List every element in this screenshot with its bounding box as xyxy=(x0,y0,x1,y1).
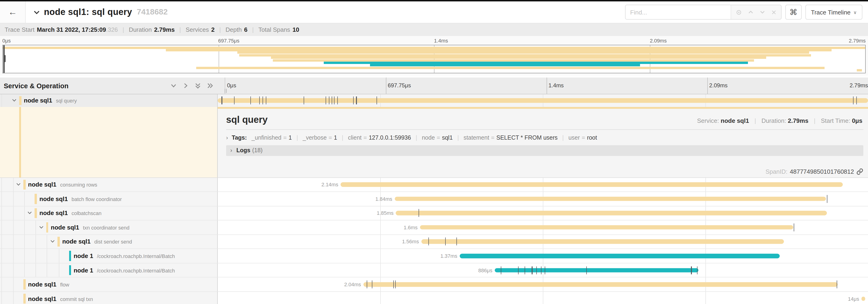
tag-equals: = xyxy=(329,134,332,141)
clear-find-icon[interactable] xyxy=(771,9,776,15)
span-bar[interactable] xyxy=(421,239,784,244)
view-dropdown-button[interactable]: Trace Timeline ∨ xyxy=(805,5,862,20)
span-log-tick xyxy=(541,266,541,274)
next-match-icon[interactable] xyxy=(760,9,765,15)
tree-guide-line xyxy=(1,206,2,220)
span-operation-name: commit sql txn xyxy=(60,296,93,302)
collapse-all-icon[interactable] xyxy=(194,82,202,89)
tree-guide-line xyxy=(13,235,13,248)
span-tree-cell[interactable]: node sql1flow xyxy=(0,278,218,292)
minimap-span-bar xyxy=(3,46,865,49)
tags-row[interactable]: › Tags: _unfinished=1|_verbose=1|client=… xyxy=(226,134,868,141)
summary-label: Services xyxy=(186,26,209,33)
span-service-name: node sql1dist sender send xyxy=(62,238,132,245)
tree-guide-line xyxy=(13,263,13,277)
trace-minimap[interactable] xyxy=(2,45,866,73)
span-tree-cell[interactable]: node sql1commit sql txn xyxy=(0,292,218,304)
span-tree-cell[interactable]: node 1/cockroach.roachpb.Internal/Batch xyxy=(0,249,218,263)
find-group xyxy=(625,5,782,20)
summary-value: 2.79ms xyxy=(154,26,175,33)
summary-separator: | xyxy=(179,26,181,33)
span-timeline-cell[interactable]: 1.56ms xyxy=(218,235,868,248)
collapse-one-icon[interactable] xyxy=(170,82,177,89)
chevron-down-icon[interactable] xyxy=(39,223,44,232)
chevron-down-icon[interactable] xyxy=(27,209,32,217)
span-log-tick xyxy=(376,97,377,105)
summary-label: Duration xyxy=(129,26,152,33)
span-timeline-cell[interactable]: 1.6ms xyxy=(218,221,868,234)
span-timeline-cell[interactable]: 14μs xyxy=(218,292,868,304)
span-bar[interactable] xyxy=(862,297,865,301)
time-tick-label: 2.79ms xyxy=(849,82,868,89)
span-log-tick xyxy=(837,280,837,289)
span-row: node sql1colbatchscan1.85ms xyxy=(0,206,868,220)
tag-value: 1 xyxy=(288,134,292,141)
start-time-value: 0μs xyxy=(852,117,862,124)
tree-guide-line xyxy=(13,206,13,220)
span-timeline-cell[interactable]: 886μs xyxy=(218,263,868,277)
span-tree-cell[interactable]: node sql1consuming rows xyxy=(0,178,218,192)
span-operation-name: batch flow coordinator xyxy=(71,196,122,202)
span-tree-cell[interactable]: node sql1dist sender send xyxy=(0,235,218,248)
span-id-row: SpanID: 4877749850101760812 xyxy=(766,168,863,175)
summary-separator: | xyxy=(252,26,254,33)
minimap-left-scrubber[interactable] xyxy=(3,45,4,73)
span-log-tick xyxy=(259,97,260,105)
back-button[interactable]: ← xyxy=(0,1,26,23)
span-timeline-cell[interactable]: 2.14ms xyxy=(218,178,868,192)
span-color-bar xyxy=(35,194,37,204)
span-bar[interactable] xyxy=(495,268,698,272)
time-tick-label: 1.4ms xyxy=(547,82,564,89)
trace-summary-bar: Trace StartMarch 31 2022, 17:25:09.326|D… xyxy=(0,23,868,36)
trace-minimap-section: 0μs697.75μs1.4ms2.09ms2.79ms xyxy=(0,36,868,76)
span-detail-tree-fill xyxy=(0,107,218,177)
tree-guide-line xyxy=(1,178,2,192)
span-timeline-cell[interactable] xyxy=(218,94,868,107)
logs-row[interactable]: › Logs (18) xyxy=(226,145,863,156)
span-service-name: node sql1sql query xyxy=(24,97,77,104)
tag-equals: = xyxy=(582,134,585,141)
collapse-trace-chevron-icon[interactable] xyxy=(33,9,40,15)
chevron-down-icon[interactable] xyxy=(50,237,55,246)
span-log-tick xyxy=(326,97,326,105)
span-tree-cell[interactable]: node sql1batch flow coordinator xyxy=(0,192,218,206)
tag-value: 127.0.0.1:59936 xyxy=(369,134,411,141)
time-tick-label: 697.75μs xyxy=(218,38,240,43)
span-timeline-cell[interactable]: 2.04ms xyxy=(218,278,868,292)
keyboard-shortcuts-button[interactable]: ⌘ xyxy=(785,5,802,20)
locate-icon[interactable] xyxy=(736,9,742,15)
summary-separator: | xyxy=(219,26,221,33)
span-bar[interactable] xyxy=(364,282,838,287)
span-tree-cell[interactable]: node sql1colbatchscan xyxy=(0,206,218,220)
span-log-tick xyxy=(372,280,372,289)
find-input[interactable] xyxy=(625,5,731,19)
span-timeline-cell[interactable]: 1.85ms xyxy=(218,206,868,220)
minimap-scrubber-handle[interactable] xyxy=(3,55,6,62)
span-timeline-cell[interactable]: 1.84ms xyxy=(218,192,868,206)
app-root: ← node sql1: sql query 7418682 ⌘ xyxy=(0,0,868,304)
tag-separator: | xyxy=(297,134,298,141)
copy-link-icon[interactable] xyxy=(856,168,863,175)
chevron-down-icon[interactable] xyxy=(16,180,21,189)
span-bar[interactable] xyxy=(420,225,793,230)
span-bar[interactable] xyxy=(460,254,780,258)
prev-match-icon[interactable] xyxy=(748,9,753,15)
minimap-span-strip xyxy=(3,62,865,64)
span-bar[interactable] xyxy=(218,98,868,103)
span-tree-cell[interactable]: node sql1txn coordinator send xyxy=(0,221,218,234)
tree-guide-line xyxy=(1,235,2,248)
chevron-down-icon[interactable] xyxy=(12,96,17,105)
expand-all-icon[interactable] xyxy=(207,82,214,89)
span-bar[interactable] xyxy=(396,211,827,215)
span-log-tick xyxy=(525,266,525,274)
span-bar[interactable] xyxy=(341,182,842,187)
span-bar[interactable] xyxy=(395,197,826,201)
span-timeline-cell[interactable]: 1.37ms xyxy=(218,249,868,263)
span-log-tick xyxy=(532,266,532,274)
expand-one-icon[interactable] xyxy=(182,82,189,89)
span-duration-label: 14μs xyxy=(848,296,862,301)
time-tick-label: 0μs xyxy=(2,38,11,43)
span-tree-cell[interactable]: node 1/cockroach.roachpb.Internal/Batch xyxy=(0,263,218,277)
time-tick-label: 2.09ms xyxy=(707,82,727,89)
span-tree-cell[interactable]: node sql1sql query xyxy=(0,94,218,107)
